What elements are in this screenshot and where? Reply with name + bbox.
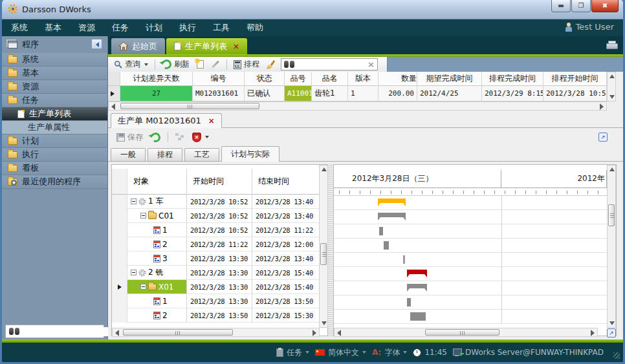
col-item-no[interactable]: 品号 [285, 72, 312, 86]
status-task-dropdown[interactable]: 任务 [276, 347, 309, 358]
tree-row[interactable]: 2 2012/3/28 13:50 2012/3/28 15:30 [112, 308, 320, 323]
sidebar-item-system[interactable]: 系统 [2, 53, 107, 67]
status-language-dropdown[interactable]: 简体中文 [315, 347, 366, 358]
tab-plan-vs-actual[interactable]: 计划与实际 [221, 146, 280, 162]
flow-button[interactable] [173, 132, 186, 142]
cancel-confirm-button[interactable]: × [190, 131, 211, 144]
shield-dropdown-icon[interactable] [205, 136, 209, 138]
gantt-bar[interactable] [407, 298, 411, 306]
sidebar-item-basic[interactable]: 基本 [2, 67, 107, 80]
tree-col-end[interactable]: 结束时间 [252, 169, 320, 195]
cell-code[interactable]: M012031601 [193, 86, 245, 102]
tree-row[interactable]: 2 铣 2012/3/28 13:30 2012/3/28 15:40 [112, 266, 320, 280]
cell-sched-start[interactable]: 2012/3/28 10:52 [543, 86, 607, 102]
grid-vertical-scrollbar[interactable] [607, 72, 616, 102]
tree-col-object[interactable]: 对象 [127, 169, 187, 195]
tree-col-start[interactable]: 开始时间 [187, 169, 252, 195]
printer-icon[interactable] [606, 41, 617, 49]
cell-status[interactable]: 已确认 [245, 86, 285, 102]
tab-production-order-list[interactable]: 生产单列表 × [166, 38, 247, 54]
maximize-button[interactable]: ❐ [571, 0, 591, 12]
save-button[interactable]: 保存 [115, 131, 145, 144]
menu-plan[interactable]: 计划 [138, 19, 170, 36]
cell-item-name[interactable]: 齿轮1 [312, 86, 348, 102]
cell-sched-finish[interactable]: 2012/3/29 8:15 [482, 86, 543, 102]
edit-button[interactable] [209, 62, 222, 67]
refresh-button[interactable]: 刷新 [160, 58, 192, 71]
clear-search-icon[interactable]: × [367, 59, 375, 69]
sidebar-collapse-button[interactable] [91, 39, 102, 49]
row-selector[interactable] [112, 280, 127, 294]
col-plan-diff[interactable]: 计划差异天数 [120, 72, 193, 86]
cell-expect-finish[interactable]: 2012/4/25 [417, 86, 482, 102]
close-detail-icon[interactable]: × [208, 116, 215, 125]
tree-row[interactable]: 3 2012/3/28 13:30 2012/3/28 13:40 [112, 252, 320, 266]
menu-system[interactable]: 系统 [3, 19, 36, 36]
row-selector[interactable] [108, 86, 120, 102]
cell-version[interactable]: 1 [348, 86, 378, 102]
tree-row-selected[interactable]: X01 2012/3/28 13:30 2012/3/28 15:40 [112, 280, 320, 294]
sidebar-item-plan[interactable]: 计划 [2, 134, 107, 148]
gantt-vertical-scrollbar[interactable] [607, 165, 616, 328]
query-dropdown-icon[interactable] [144, 63, 148, 66]
col-item-name[interactable]: 品名 [312, 72, 348, 86]
tab-process[interactable]: 工艺 [184, 148, 219, 161]
sidebar-item-production-order-list[interactable]: 生产单列表 [2, 107, 107, 121]
sidebar-item-production-order-properties[interactable]: 生产单属性 [2, 121, 107, 134]
collapse-toggle-icon[interactable] [131, 198, 137, 204]
grid-data-row[interactable]: 27 M012031601 已确认 A11001 齿轮1 1 200.00 20… [108, 86, 623, 102]
cell-item-no[interactable]: A11001 [285, 86, 312, 102]
sidebar-item-task[interactable]: 任务 [2, 94, 107, 107]
menu-basic[interactable]: 基本 [37, 19, 69, 36]
menu-execute[interactable]: 执行 [171, 19, 204, 36]
gantt-horizontal-scrollbar[interactable] [334, 328, 598, 337]
toolbar-search-input[interactable] [297, 60, 365, 69]
sidebar-item-recent-programs[interactable]: 最近使用的程序 [2, 175, 107, 189]
collapse-toggle-icon[interactable] [140, 213, 146, 219]
col-qty[interactable]: 数量 [378, 72, 417, 86]
detail-refresh-button[interactable] [149, 131, 162, 144]
query-button[interactable]: 查询 [112, 58, 150, 71]
gantt-bar[interactable] [410, 312, 426, 321]
tree-row[interactable]: 1 车 2012/3/28 10:52 2012/3/28 13:40 [112, 195, 320, 209]
clean-button[interactable] [265, 59, 278, 70]
collapse-toggle-icon[interactable] [131, 270, 137, 275]
detail-document-tab[interactable]: 生产单 M012031601 × [111, 113, 222, 128]
sidebar-item-execute[interactable]: 执行 [2, 148, 107, 162]
col-sched-start[interactable]: 排程开始时间 [543, 72, 607, 86]
gantt-bar[interactable] [379, 227, 383, 235]
gantt-bar[interactable] [384, 241, 389, 250]
sidebar-item-kanban[interactable]: 看板 [2, 162, 107, 175]
menu-resource[interactable]: 资源 [71, 19, 103, 36]
current-user[interactable]: Test User [565, 22, 614, 32]
tree-horizontal-scrollbar[interactable] [112, 328, 320, 337]
col-code[interactable]: 编号 [193, 72, 245, 86]
tab-general[interactable]: 一般 [111, 148, 146, 161]
tab-start-page[interactable]: 起始页 [111, 38, 165, 54]
gantt-bar[interactable] [403, 255, 405, 264]
tree-vertical-scrollbar[interactable] [319, 165, 328, 328]
minimize-button[interactable]: ▬ [551, 0, 571, 12]
tab-schedule[interactable]: 排程 [148, 148, 182, 161]
split-handle[interactable] [328, 164, 333, 336]
sidebar-item-resource[interactable]: 资源 [2, 80, 107, 94]
gantt-bar[interactable] [407, 284, 427, 288]
menu-tools[interactable]: 工具 [205, 19, 237, 36]
cell-plan-diff[interactable]: 27 [120, 86, 193, 102]
close-button[interactable]: ✖ [591, 0, 619, 12]
tree-row[interactable]: 1 2012/3/28 10:52 2012/3/28 11:22 [112, 223, 320, 237]
resize-grip[interactable] [613, 352, 620, 359]
col-version[interactable]: 版本 [348, 72, 378, 86]
cell-qty[interactable]: 200.00 [378, 86, 417, 102]
col-sched-finish[interactable]: 排程完成时间 [482, 72, 543, 86]
schedule-button[interactable]: 排程 [232, 58, 261, 71]
gantt-bar[interactable] [378, 198, 406, 203]
tree-row[interactable]: C01 2012/3/28 10:52 2012/3/28 13:40 [112, 209, 320, 223]
new-button[interactable] [195, 59, 206, 70]
menu-help[interactable]: 帮助 [239, 19, 271, 36]
popout-icon[interactable]: ↗ [598, 133, 608, 142]
tree-row[interactable]: 1 2012/3/28 13:30 2012/3/28 13:50 [112, 294, 320, 308]
status-font-dropdown[interactable]: A: 字体 [372, 347, 407, 358]
grid-horizontal-scrollbar[interactable] [108, 102, 607, 111]
sidebar-search-input[interactable] [23, 327, 120, 336]
